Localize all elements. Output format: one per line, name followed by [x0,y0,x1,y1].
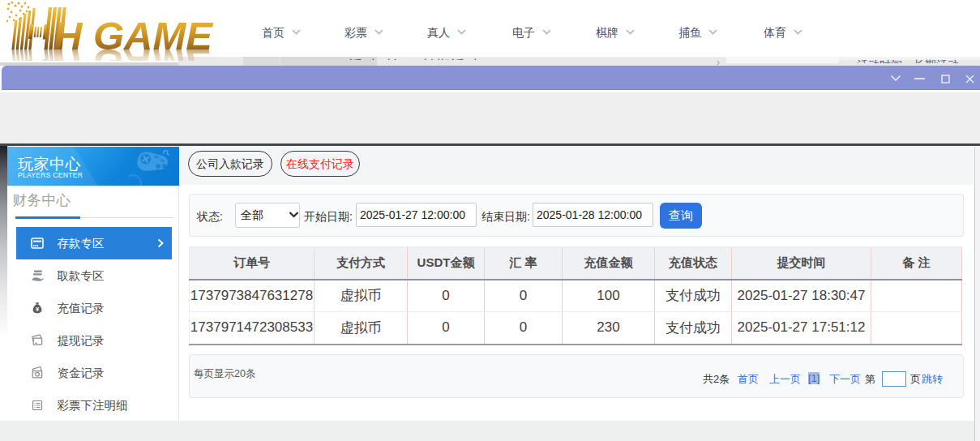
svg-text:H GAME: H GAME [53,14,213,49]
